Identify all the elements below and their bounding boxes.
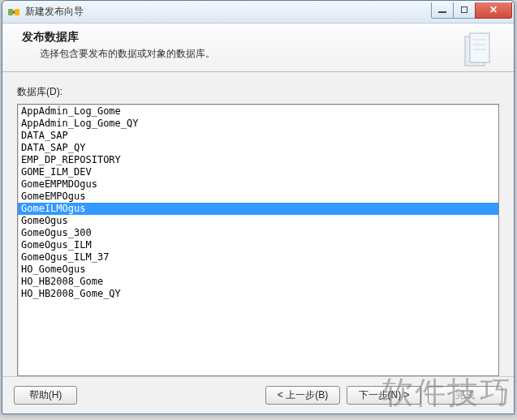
database-list-label: 数据库(D): <box>17 85 499 99</box>
minimize-button[interactable] <box>431 2 454 19</box>
list-item[interactable]: AppAdmin_Log_Gome <box>18 105 498 118</box>
svg-rect-1 <box>15 9 19 15</box>
list-item[interactable]: GomeOgus_300 <box>18 227 498 239</box>
svg-rect-0 <box>8 9 13 15</box>
footer: 帮助(H) < 上一步(B) 下一步(N) > 完成 <box>2 376 514 414</box>
list-item[interactable]: HO_HB2008_Gome <box>18 276 498 288</box>
list-item[interactable]: GomeOgus_ILM <box>18 239 498 251</box>
window-title: 新建发布向导 <box>25 5 432 19</box>
list-item[interactable]: EMP_DP_REPOSITORY <box>18 154 498 166</box>
page-subtitle: 选择包含要发布的数据或对象的数据库。 <box>40 47 215 61</box>
list-item[interactable]: GomeOgus <box>18 215 498 227</box>
finish-button: 完成 <box>428 386 502 405</box>
help-button[interactable]: 帮助(H) <box>14 386 77 405</box>
database-icon <box>460 32 494 71</box>
svg-rect-3 <box>470 33 489 62</box>
content-area: 数据库(D): AppAdmin_Log_GomeAppAdmin_Log_Go… <box>2 72 514 376</box>
list-item[interactable]: GomeEMPMDOgus <box>18 178 498 191</box>
page-title: 发布数据库 <box>22 30 215 45</box>
close-button[interactable]: ✕ <box>475 2 512 19</box>
list-item[interactable]: DATA_SAP <box>18 130 498 142</box>
wizard-header: 发布数据库 选择包含要发布的数据或对象的数据库。 <box>2 24 514 72</box>
list-item[interactable]: GomeEMPOgus <box>18 191 498 203</box>
list-item[interactable]: HO_HB2008_Gome_QY <box>18 288 498 300</box>
list-item[interactable]: DATA_SAP_QY <box>18 142 498 154</box>
database-listbox[interactable]: AppAdmin_Log_GomeAppAdmin_Log_Gome_QYDAT… <box>17 104 499 376</box>
list-item[interactable]: GomeOgus_ILM_37 <box>18 251 498 264</box>
list-item[interactable]: AppAdmin_Log_Gome_QY <box>18 118 498 130</box>
wizard-window: 新建发布向导 ✕ 发布数据库 选择包含要发布的数据或对象的数据库。 数据库(D)… <box>2 0 515 414</box>
window-controls: ✕ <box>432 2 514 19</box>
maximize-button[interactable] <box>453 2 476 19</box>
app-icon <box>7 6 20 19</box>
next-button[interactable]: 下一步(N) > <box>347 386 421 405</box>
list-item[interactable]: GOME_ILM_DEV <box>18 166 498 178</box>
list-item[interactable]: HO_GomeOgus <box>18 264 498 276</box>
titlebar[interactable]: 新建发布向导 ✕ <box>2 1 514 24</box>
back-button[interactable]: < 上一步(B) <box>265 386 340 405</box>
list-item[interactable]: GomeILMOgus <box>18 203 498 215</box>
